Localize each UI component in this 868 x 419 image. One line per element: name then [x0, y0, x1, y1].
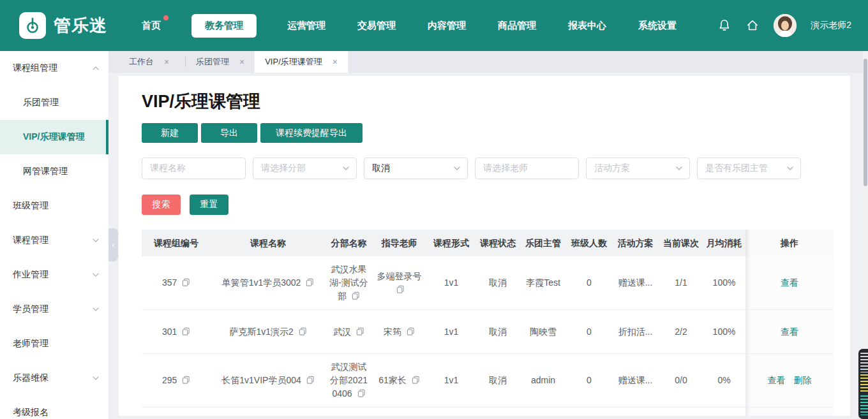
copy-icon[interactable] [306, 278, 314, 286]
tab-close-icon[interactable]: × [239, 57, 244, 67]
filter-select-5[interactable]: 是否有乐团主管 [697, 158, 801, 179]
filter-input-3[interactable]: 请选择老师 [475, 158, 579, 179]
cell-current-session: 0/0 [659, 408, 703, 416]
copy-icon[interactable] [299, 327, 307, 335]
app-logo[interactable]: 管乐迷 [19, 12, 107, 39]
floating-widget-stripe [860, 353, 868, 372]
sidebar-item-6[interactable]: 作业管理 [0, 258, 108, 292]
nav-item-7[interactable]: 系统设置 [637, 14, 678, 38]
cell-teacher-text: 61家长 [378, 374, 419, 387]
tab-0[interactable]: 工作台× [119, 51, 185, 73]
filter-placeholder: 请选择分部 [261, 163, 342, 174]
search-button[interactable]: 搜索 [142, 195, 181, 215]
cell-monthly-consume: 100% [703, 310, 745, 353]
copy-icon[interactable] [182, 327, 190, 335]
cell-course-form: 1v1 [426, 256, 476, 309]
filter-input-0[interactable]: 课程名称 [142, 158, 246, 179]
nav-item-2[interactable]: 运营管理 [286, 14, 327, 38]
bell-icon[interactable] [717, 18, 731, 33]
nav-item-0[interactable]: 首页 [140, 14, 162, 38]
user-name[interactable]: 演示老师2 [811, 20, 851, 31]
column-header-0: 课程组编号 [142, 230, 211, 256]
chevron-down-icon [675, 165, 683, 172]
sidebar-item-2[interactable]: VIP/乐理课管理 [0, 120, 108, 154]
nav-item-4[interactable]: 内容管理 [426, 14, 467, 38]
cell-course-status: 取消 [476, 354, 520, 407]
sidebar-item-10[interactable]: 考级报名 [0, 395, 108, 419]
copy-icon[interactable] [396, 285, 405, 293]
table-header: 课程组编号课程名称分部名称指导老师课程形式课程状态乐团主管班级人数活动方案当前课… [142, 230, 834, 256]
action-button-2[interactable]: 课程续费提醒导出 [260, 123, 363, 143]
cell-course-name: 单簧管1v1学员3002 [211, 256, 326, 309]
cell-activity-plan: 赠送课... [611, 256, 659, 309]
copy-icon[interactable] [352, 291, 360, 300]
action-button-1[interactable]: 导出 [201, 123, 257, 143]
copy-icon[interactable] [182, 376, 190, 384]
action-button-row: 新建导出课程续费提醒导出 [142, 123, 827, 143]
reset-button[interactable]: 重置 [190, 195, 228, 215]
cell-course-group-id: 301 [142, 310, 211, 353]
cell-course-group-id-text: 357 [162, 276, 190, 290]
filter-row: 课程名称请选择分部取消请选择老师活动方案是否有乐团主管 [142, 158, 827, 179]
notification-dot [163, 15, 168, 20]
copy-icon[interactable] [357, 389, 366, 397]
tab-close-icon[interactable]: × [333, 57, 338, 67]
sidebar-item-8[interactable]: 老师管理 [0, 327, 108, 361]
copy-icon[interactable] [412, 376, 420, 384]
sidebar-item-9[interactable]: 乐器维保 [0, 361, 108, 395]
filter-select-2[interactable]: 取消 [364, 158, 468, 179]
view-link[interactable]: 查看 [781, 276, 798, 290]
home-icon[interactable] [745, 18, 760, 33]
sidebar-item-0[interactable]: 课程组管理 [0, 51, 108, 85]
cell-actions: 查看 [745, 310, 834, 353]
cell-teacher: 宋筠 [372, 310, 426, 353]
chevron-down-icon [342, 165, 350, 172]
cell-course-group-id-text: 301 [162, 325, 190, 339]
nav-item-1[interactable]: 教务管理 [191, 14, 257, 38]
sidebar-item-7[interactable]: 学员管理 [0, 292, 108, 327]
cell-activity-plan: 赠送课... [611, 354, 659, 407]
action-button-0[interactable]: 新建 [142, 123, 198, 143]
cell-branch-name-text: 武汉 [333, 325, 364, 339]
tab-2[interactable]: VIP/乐理课管理× [255, 51, 348, 73]
sidebar-item-label: 乐团管理 [23, 97, 59, 108]
sidebar-item-label: 学员管理 [13, 304, 49, 315]
filter-select-1[interactable]: 请选择分部 [253, 158, 357, 179]
cell-branch-name: 武汉 [326, 310, 372, 353]
sidebar: 课程组管理乐团管理VIP/乐理课管理网管课管理班级管理课程管理作业管理学员管理老… [0, 51, 108, 419]
sidebar-item-3[interactable]: 网管课管理 [0, 154, 108, 189]
topbar-right: 演示老师2 [717, 14, 851, 37]
tab-label: 乐团管理 [196, 56, 229, 68]
filter-select-4[interactable]: 活动方案 [586, 158, 690, 179]
column-header-5: 课程状态 [476, 230, 520, 256]
copy-icon[interactable] [407, 327, 415, 335]
tab-1[interactable]: 乐团管理× [186, 51, 255, 73]
user-avatar[interactable] [774, 14, 797, 37]
cell-course-status: 取消 [476, 256, 520, 309]
sidebar-item-5[interactable]: 课程管理 [0, 223, 108, 258]
view-link[interactable]: 查看 [768, 374, 786, 387]
nav-item-6[interactable]: 报表中心 [567, 14, 608, 38]
filter-placeholder: 课程名称 [150, 163, 239, 174]
content-card: VIP/乐理课管理 新建导出课程续费提醒导出 课程名称请选择分部取消请选择老师活… [119, 76, 850, 416]
nav-item-3[interactable]: 交易管理 [356, 14, 397, 38]
sidebar-item-1[interactable]: 乐团管理 [0, 85, 108, 120]
nav-item-5[interactable]: 商品管理 [497, 14, 537, 38]
floating-widget[interactable] [858, 349, 868, 419]
app-logo-icon [19, 12, 46, 39]
sidebar-collapse-handle[interactable]: ‹ [108, 228, 118, 261]
copy-icon[interactable] [182, 278, 190, 286]
sidebar-item-4[interactable]: 班级管理 [0, 189, 108, 223]
tab-close-icon[interactable]: × [164, 57, 169, 67]
cell-course-name: 中音萨克斯1v1学员02 [211, 408, 326, 416]
copy-icon[interactable] [306, 376, 315, 384]
cell-course-group-id-text: 295 [162, 374, 190, 387]
cell-course-status: 取消 [476, 408, 520, 416]
copy-icon[interactable] [356, 327, 364, 335]
view-link[interactable]: 查看 [781, 325, 798, 339]
chevron-down-icon [453, 165, 461, 172]
main-content: 工作台×乐团管理×VIP/乐理课管理× VIP/乐理课管理 新建导出课程续费提醒… [108, 51, 863, 419]
cell-class-size: 0 [567, 256, 611, 309]
delete-link[interactable]: 删除 [794, 374, 812, 387]
scrollbar-thumb[interactable] [864, 59, 867, 186]
